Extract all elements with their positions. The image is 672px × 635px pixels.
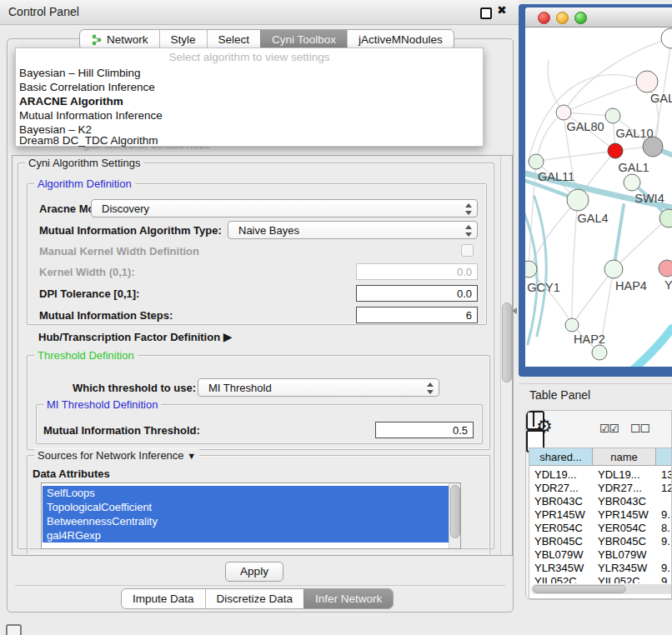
column-header-shared-name[interactable]: shared... xyxy=(529,448,593,466)
tab-select[interactable]: Select xyxy=(207,30,261,49)
network-icon xyxy=(91,34,103,46)
algorithm-item[interactable]: Mutual Information Inference xyxy=(19,109,163,122)
table-horizontal-scrollbar-thumb[interactable] xyxy=(533,585,626,593)
tab-cyni-toolbox[interactable]: Cyni Toolbox xyxy=(260,30,347,49)
list-item[interactable]: gal4RGexp xyxy=(43,528,449,542)
stepper-icon xyxy=(464,225,472,237)
algorithm-dropdown-popup: Select algorithm to view settings Bayesi… xyxy=(15,48,484,147)
network-node-gal10[interactable] xyxy=(605,108,620,123)
which-threshold-combo[interactable]: MI Threshold xyxy=(198,378,439,397)
node-table: shared... name YDL19...YDL19...13 YDR27.… xyxy=(529,448,671,599)
list-scrollbar-thumb[interactable] xyxy=(450,485,460,538)
float-panel-icon[interactable] xyxy=(480,8,492,19)
network-node-swi4[interactable] xyxy=(624,174,640,191)
mi-threshold-group: MI Threshold Definition Mutual Informati… xyxy=(36,404,483,444)
restore-panel-icon[interactable] xyxy=(6,624,22,635)
app-screen: Control Panel ✖ Network Style Select Cyn… xyxy=(0,0,672,635)
network-graph: GAL GAL80 GAL10 GAL1 GAL11 GAL4 SWI4 GCY… xyxy=(525,28,672,367)
algorithm-definition-title: Algorithm Definition xyxy=(34,178,135,190)
tab-impute-data[interactable]: Impute Data xyxy=(122,589,205,608)
table-horizontal-scrollbar[interactable] xyxy=(531,584,671,594)
kernel-width-field[interactable]: 0.0 xyxy=(356,263,478,280)
network-node-hap2[interactable] xyxy=(565,318,579,332)
cyni-settings-title: Cyni Algorithm Settings xyxy=(25,157,143,169)
mi-steps-field[interactable]: 6 xyxy=(356,307,478,323)
tab-style[interactable]: Style xyxy=(159,30,207,49)
node-label: SWI4 xyxy=(634,192,664,205)
list-scrollbar[interactable] xyxy=(449,483,460,548)
algorithm-item[interactable]: Dream8 DC_TDC Algorithm xyxy=(19,134,158,147)
tab-network-label: Network xyxy=(107,30,148,49)
node-label: Y xyxy=(664,278,672,292)
table-row[interactable]: YIL052CYIL052C9. xyxy=(529,575,671,583)
node-label: GAL xyxy=(650,92,672,105)
mi-threshold-field[interactable]: 0.5 xyxy=(375,422,474,438)
network-window-titlebar[interactable] xyxy=(525,8,672,28)
close-traffic-light-icon[interactable] xyxy=(538,12,550,24)
list-item[interactable]: BetweennessCentrality xyxy=(43,514,449,528)
network-node-gal11[interactable] xyxy=(529,154,544,169)
split-pane-collapse-arrow[interactable] xyxy=(512,308,517,314)
tab-network[interactable]: Network xyxy=(80,30,159,49)
table-row[interactable]: YBR045CYBR045C9. xyxy=(529,535,671,548)
network-node[interactable] xyxy=(661,28,672,48)
hub-definition-toggle[interactable]: Hub/Transcription Factor Definition ▶ xyxy=(38,330,233,343)
settings-scrollbar[interactable] xyxy=(500,156,512,555)
network-node-gal1[interactable] xyxy=(608,143,623,158)
network-node-gal80[interactable] xyxy=(556,105,571,120)
gear-icon[interactable]: ⚙ xyxy=(536,416,553,438)
zoom-traffic-light-icon[interactable] xyxy=(574,12,587,24)
sources-group: Sources for Network Inference ▼ Data Att… xyxy=(27,455,490,554)
close-panel-icon[interactable]: ✖ xyxy=(497,3,507,17)
aracne-mode-combo[interactable]: Discovery xyxy=(91,199,478,218)
threshold-definition-title: Threshold Definition xyxy=(34,349,138,362)
list-item[interactable]: TopologicalCoefficient xyxy=(43,500,449,514)
settings-scroll-area: Cyni Algorithm Settings Algorithm Defini… xyxy=(12,155,513,556)
minimize-traffic-light-icon[interactable] xyxy=(556,12,569,24)
stepper-icon xyxy=(464,203,472,215)
select-all-checkboxes-icon[interactable]: ☑☑ xyxy=(599,422,619,435)
manual-kernel-checkbox[interactable] xyxy=(461,244,474,257)
table-row[interactable]: YDR27...YDR27...12 xyxy=(529,482,671,495)
list-item[interactable]: SelfLoops xyxy=(43,486,449,500)
algorithm-item[interactable]: Basic Correlation Inference xyxy=(19,81,155,93)
apply-button[interactable]: Apply xyxy=(225,562,283,582)
network-canvas[interactable]: GAL GAL80 GAL10 GAL1 GAL11 GAL4 SWI4 GCY… xyxy=(525,28,672,367)
node-label: GCY1 xyxy=(527,281,560,294)
expanded-arrow-icon: ▼ xyxy=(187,451,196,461)
deselect-all-checkboxes-icon[interactable]: ☐☐ xyxy=(630,422,649,435)
network-node-hap4[interactable] xyxy=(604,260,623,278)
dpi-tolerance-field[interactable]: 0.0 xyxy=(356,285,478,302)
table-row[interactable]: YBL079WYBL079W xyxy=(529,548,671,562)
mi-type-combo[interactable]: Naive Bayes xyxy=(228,221,478,239)
table-row[interactable]: YBR043CYBR043C xyxy=(529,495,671,508)
sources-title[interactable]: Sources for Network Inference ▼ xyxy=(34,449,199,462)
tab-infer-network[interactable]: Infer Network xyxy=(303,589,393,608)
data-attributes-label: Data Attributes xyxy=(33,468,110,480)
table-panel-separator xyxy=(519,383,672,384)
algorithm-item-aracne[interactable]: ARACNE Algorithm xyxy=(19,95,123,108)
table-panel: ⚙ ☑☑ ☐☐ shared... name YDL19...YDL19...1… xyxy=(525,410,672,600)
table-row[interactable]: YER054CYER054C8. xyxy=(529,522,671,535)
node-label: GAL11 xyxy=(538,170,574,183)
collapsed-arrow-icon: ▶ xyxy=(223,330,233,343)
table-row[interactable]: YLR345WYLR345W9. xyxy=(529,562,671,575)
tab-jactivemnodules[interactable]: jActiveMNodules xyxy=(347,30,454,49)
network-node-gal4[interactable] xyxy=(567,189,589,211)
threshold-definition-group: Threshold Definition Which threshold to … xyxy=(27,355,490,450)
column-header-name[interactable]: name xyxy=(593,448,656,466)
network-window: GAL GAL80 GAL10 GAL1 GAL11 GAL4 SWI4 GCY… xyxy=(519,4,672,377)
cyni-algorithm-settings-group: Cyni Algorithm Settings Algorithm Defini… xyxy=(18,162,494,549)
settings-scrollbar-thumb[interactable] xyxy=(502,302,512,382)
network-node[interactable] xyxy=(592,345,607,360)
table-row[interactable]: YDL19...YDL19...13 xyxy=(529,468,671,482)
mi-threshold-title: MI Threshold Definition xyxy=(43,398,161,411)
column-header-partial[interactable] xyxy=(656,448,672,466)
data-attributes-list[interactable]: SelfLoops TopologicalCoefficient Between… xyxy=(41,482,461,549)
network-node-salmon[interactable] xyxy=(659,260,672,277)
table-row[interactable]: YPR145WYPR145W9. xyxy=(529,508,671,522)
tab-discretize-data[interactable]: Discretize Data xyxy=(205,589,304,608)
algorithm-item[interactable]: Bayesian – Hill Climbing xyxy=(19,67,141,79)
mi-threshold-label: Mutual Information Threshold: xyxy=(43,424,200,437)
network-node-gal[interactable] xyxy=(636,71,658,92)
